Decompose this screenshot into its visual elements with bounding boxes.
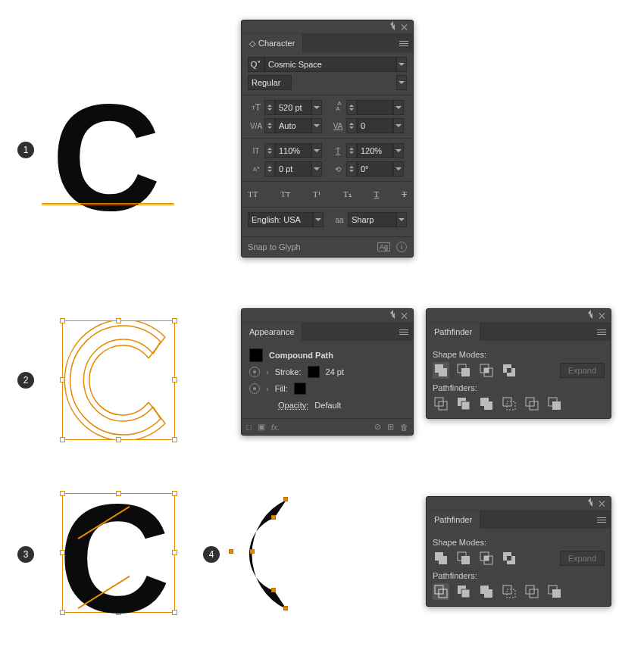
minus-back-button[interactable] [546, 583, 563, 600]
fx-icon[interactable]: fx. [271, 423, 280, 432]
subscript-button[interactable]: T₁ [343, 189, 352, 199]
close-icon[interactable] [599, 312, 606, 320]
glyph-c-step1[interactable]: C [52, 82, 161, 233]
intersect-button[interactable] [478, 550, 495, 567]
stroke-row[interactable]: › Stroke: 24 pt [249, 364, 405, 380]
collapse-icon[interactable] [589, 313, 592, 319]
baseline-dropdown[interactable] [311, 161, 322, 176]
leading-stepper[interactable] [346, 100, 357, 115]
stroke-swatch[interactable] [308, 366, 320, 378]
baseline-field[interactable]: 0 pt [275, 161, 311, 176]
font-family-dropdown[interactable] [396, 57, 407, 72]
divide-button[interactable] [433, 395, 449, 412]
strikethrough-button[interactable]: T [402, 189, 407, 199]
tracking-field[interactable]: 0 [357, 118, 393, 133]
anchor-point[interactable] [283, 497, 288, 501]
kerning-dropdown[interactable] [311, 118, 322, 133]
clear-icon[interactable]: ⊘ [374, 422, 381, 432]
kerning-stepper[interactable] [264, 118, 275, 133]
minus-front-button[interactable] [455, 362, 472, 379]
rotation-stepper[interactable] [346, 161, 357, 176]
tab-pathfinder[interactable]: Pathfinder [427, 511, 480, 529]
visibility-toggle[interactable] [249, 367, 260, 377]
underline-button[interactable]: T [374, 189, 380, 199]
expand-arrow[interactable]: › [266, 384, 269, 393]
new-fill-icon[interactable]: ▣ [258, 422, 265, 432]
font-family-field[interactable]: Cosmic Space [264, 57, 396, 72]
trash-icon[interactable]: 🗑 [400, 423, 408, 432]
glyph-c-step3[interactable]: C [58, 480, 170, 636]
anchor-point[interactable] [250, 549, 255, 554]
language-field[interactable]: English: USA [248, 212, 313, 227]
tracking-stepper[interactable] [346, 118, 357, 133]
panel-menu-icon[interactable] [399, 41, 408, 46]
duplicate-icon[interactable]: ⊞ [387, 422, 394, 432]
collapse-icon[interactable] [589, 501, 592, 507]
tracking-dropdown[interactable] [393, 118, 404, 133]
leading-dropdown[interactable] [393, 100, 404, 115]
opacity-value[interactable]: Default [314, 401, 341, 410]
crop-button[interactable] [501, 395, 517, 412]
hscale-dropdown[interactable] [393, 143, 404, 158]
vscale-field[interactable]: 110% [275, 143, 311, 158]
vscale-dropdown[interactable] [311, 143, 322, 158]
merge-button[interactable] [478, 583, 495, 600]
tab-pathfinder[interactable]: Pathfinder [427, 323, 480, 341]
outline-button[interactable] [524, 583, 540, 600]
font-style-field[interactable]: Regular [248, 75, 292, 90]
close-icon[interactable] [401, 23, 408, 31]
panel-menu-icon[interactable] [399, 330, 408, 335]
glyph-c-step2-outline[interactable] [62, 320, 175, 440]
divide-button[interactable] [433, 583, 449, 600]
crop-button[interactable] [501, 583, 517, 600]
minus-front-button[interactable] [455, 550, 472, 567]
trim-button[interactable] [455, 583, 472, 600]
exclude-button[interactable] [501, 550, 517, 567]
close-icon[interactable] [401, 312, 408, 320]
tab-appearance[interactable]: Appearance [242, 323, 302, 341]
unite-button[interactable] [433, 362, 449, 379]
anchor-point[interactable] [271, 588, 276, 592]
find-font-icon[interactable]: Q˅ [248, 57, 264, 72]
baseline-stepper[interactable] [264, 161, 275, 176]
font-size-field[interactable]: 520 pt [275, 100, 311, 115]
anchor-point[interactable] [271, 515, 276, 520]
font-size-stepper[interactable] [264, 100, 275, 115]
tab-character[interactable]: ◇ Character [242, 34, 303, 52]
kerning-field[interactable]: Auto [275, 118, 311, 133]
antialias-field[interactable]: Sharp [348, 212, 396, 227]
unite-button[interactable] [433, 550, 449, 567]
hscale-stepper[interactable] [346, 143, 357, 158]
arc-piece-step4[interactable] [227, 486, 311, 623]
close-icon[interactable] [599, 500, 606, 508]
stroke-value[interactable]: 24 pt [326, 367, 344, 376]
all-caps-button[interactable]: TT [248, 189, 258, 199]
small-caps-button[interactable]: Tᴛ [280, 189, 290, 199]
expand-arrow[interactable]: › [266, 367, 269, 376]
rotation-dropdown[interactable] [393, 161, 404, 176]
panel-menu-icon[interactable] [597, 330, 606, 335]
minus-back-button[interactable] [546, 395, 563, 412]
hscale-field[interactable]: 120% [357, 143, 393, 158]
panel-menu-icon[interactable] [597, 517, 606, 523]
vscale-stepper[interactable] [264, 143, 275, 158]
info-icon[interactable]: i [396, 242, 407, 252]
collapse-icon[interactable] [392, 313, 395, 319]
font-style-dropdown[interactable] [396, 75, 407, 90]
outline-button[interactable] [524, 395, 540, 412]
fill-row[interactable]: › Fill: [249, 380, 405, 397]
superscript-button[interactable]: T¹ [313, 189, 320, 199]
merge-button[interactable] [478, 395, 495, 412]
new-stroke-icon[interactable]: □ [246, 423, 252, 432]
anchor-point[interactable] [283, 606, 288, 611]
collapse-icon[interactable] [392, 24, 395, 30]
exclude-button[interactable] [501, 362, 517, 379]
glyph-bounds-icon[interactable]: Ag [377, 242, 390, 251]
intersect-button[interactable] [478, 362, 495, 379]
fill-swatch[interactable] [294, 383, 306, 395]
antialias-dropdown[interactable] [396, 212, 407, 227]
leading-field[interactable] [357, 100, 393, 115]
opacity-row[interactable]: Opacity: Default [249, 397, 405, 414]
font-size-dropdown[interactable] [311, 100, 322, 115]
language-dropdown[interactable] [313, 212, 324, 227]
